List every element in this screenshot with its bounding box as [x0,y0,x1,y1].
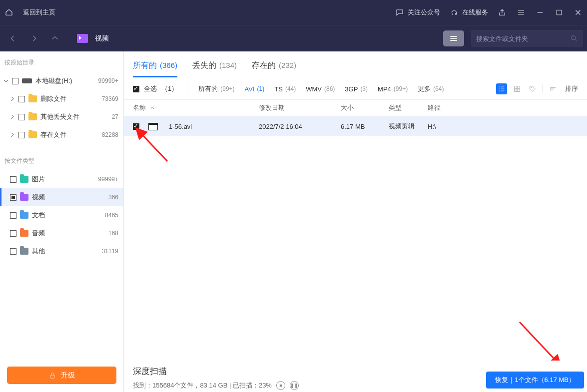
sort-asc-icon [150,105,155,110]
type-images[interactable]: 图片 99999+ [0,170,123,188]
view-tag-icon[interactable] [527,83,538,94]
headset-icon [449,7,459,17]
content-pane: 所有的(366) 丢失的(134) 存在的(232) 全选 （1） 所有的(99… [124,51,587,392]
title-bar: 返回到主页 关注公众号 在线服务 [0,0,587,25]
tree-disk-h[interactable]: 本地磁盘(H:) 99999+ [0,72,123,90]
checkbox[interactable] [10,230,16,237]
audio-icon [20,230,28,237]
checkbox[interactable] [10,176,16,183]
row-checkbox[interactable] [133,123,139,130]
footer: 深度扫描 找到：155684个文件，83.14 GB | 已扫描：23% ■ ❚… [124,361,587,392]
online-service[interactable]: 在线服务 [449,7,488,17]
view-list-icon[interactable] [496,83,507,94]
checkbox[interactable] [133,86,139,92]
nav-back-icon[interactable] [8,33,18,43]
tab-all[interactable]: 所有的(366) [133,60,177,77]
svg-line-7 [141,134,167,161]
filter-more[interactable]: 更多(64) [418,84,444,93]
checkbox[interactable] [10,248,16,255]
col-date[interactable]: 修改日期 [259,103,341,112]
nav-forward-icon[interactable] [29,33,39,43]
caret-right-icon [10,114,15,119]
image-icon [20,176,28,183]
close-icon[interactable] [573,7,583,17]
search-box[interactable] [471,30,583,47]
checkbox[interactable] [10,212,16,219]
view-menu-button[interactable] [443,30,464,46]
tab-lost[interactable]: 丢失的(134) [192,60,237,77]
menu-icon[interactable] [516,7,526,17]
back-to-home[interactable]: 返回到主页 [23,8,55,17]
pause-scan-button[interactable]: ❚❚ [290,381,299,390]
checkbox[interactable] [18,114,25,120]
disk-icon [22,78,32,83]
tree-other-lost[interactable]: 其他丢失文件 27 [0,108,123,126]
chat-icon [395,7,405,17]
follow-official[interactable]: 关注公众号 [395,7,440,17]
home-icon[interactable] [4,7,14,17]
caret-right-icon [10,132,15,137]
sort-icon[interactable] [548,83,559,94]
sidebar: 按原始目录 本地磁盘(H:) 99999+ 删除文件 73369 其他丢失文件 … [0,51,124,392]
tree-existing[interactable]: 存在文件 82288 [0,126,123,144]
lock-icon [48,372,56,380]
type-videos[interactable]: 视频 366 [0,188,123,206]
recover-button[interactable]: 恢复｜1个文件（6.17 MB） [486,372,584,389]
filter-avi[interactable]: AVI(1) [245,85,265,93]
svg-rect-4 [515,89,517,92]
folder-icon [28,113,37,120]
svg-rect-1 [50,375,54,378]
search-input[interactable] [476,35,570,42]
svg-point-0 [572,36,576,40]
filter-3gp[interactable]: 3GP(3) [345,85,368,93]
col-path[interactable]: 路径 [428,103,578,112]
doc-icon [20,212,28,219]
svg-line-8 [520,322,560,365]
select-all[interactable]: 全选 （1） [133,84,178,93]
filter-bar: 全选 （1） 所有的(99+) AVI(1) TS(44) WMV(86) 3G… [124,77,587,99]
type-audio[interactable]: 音频 168 [0,224,123,242]
svg-rect-5 [518,89,520,92]
checkbox[interactable] [18,132,25,138]
nav-up-icon[interactable] [50,33,60,43]
result-tabs: 所有的(366) 丢失的(134) 存在的(232) [124,51,587,77]
type-docs[interactable]: 文档 8465 [0,206,123,224]
caret-right-icon [10,96,15,101]
scan-stats: 找到：155684个文件，83.14 GB | 已扫描：23% [133,381,272,390]
table-row follow recover[interactable]: 1-56.avi 2022/7/2 16:04 6.17 MB 视频剪辑 H:\ [124,116,587,136]
location-folder-icon [77,34,88,43]
sidebar-section-type: 按文件类型 [0,150,123,170]
upgrade-button[interactable]: 升级 [7,367,116,384]
type-other[interactable]: 其他 31119 [0,242,123,260]
checkbox[interactable] [12,78,18,84]
table-header: 名称 修改日期 大小 类型 路径 [124,99,587,116]
other-icon [20,248,28,255]
share-icon[interactable] [497,7,507,17]
sort-label[interactable]: 排序 [565,84,578,93]
col-size[interactable]: 大小 [341,103,389,112]
col-type[interactable]: 类型 [389,103,428,112]
file-name: 1-56.avi [169,123,192,130]
file-thumb-icon [148,123,158,130]
filter-mp4[interactable]: MP4(99+) [378,85,408,93]
video-icon [20,194,28,201]
tab-existing[interactable]: 存在的(232) [252,60,296,77]
location-label: 视频 [95,34,109,43]
nav-bar: 视频 [0,25,587,51]
filter-all[interactable]: 所有的(99+) [198,84,234,93]
stop-scan-button[interactable]: ■ [276,381,285,390]
folder-icon [28,131,37,138]
view-grid-icon[interactable] [512,83,523,94]
maximize-icon[interactable] [554,7,564,17]
checkbox[interactable] [10,194,16,201]
checkbox[interactable] [18,96,25,102]
svg-point-6 [531,87,532,88]
folder-icon [28,95,37,102]
sidebar-section-original: 按原始目录 [0,51,123,72]
col-name[interactable]: 名称 [133,103,259,112]
filter-ts[interactable]: TS(44) [274,85,296,93]
filter-wmv[interactable]: WMV(86) [306,85,335,93]
search-icon [570,34,578,42]
minimize-icon[interactable] [535,7,545,17]
tree-deleted[interactable]: 删除文件 73369 [0,90,123,108]
